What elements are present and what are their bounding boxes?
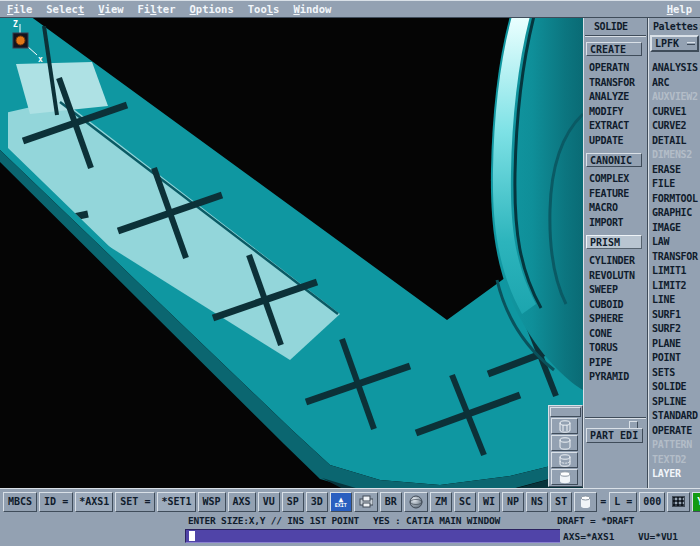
palette-item-limit2[interactable]: LIMIT2 <box>652 280 686 293</box>
view-wsp-button[interactable]: WSP <box>198 492 226 512</box>
br-button[interactable]: BR <box>380 492 402 512</box>
solide-item-analyze[interactable]: ANALYZE <box>589 91 629 104</box>
mode-wi-button[interactable]: WI <box>478 492 500 512</box>
solide-item-pipe[interactable]: PIPE <box>589 357 612 370</box>
palette-item-formtool[interactable]: FORMTOOL <box>652 193 698 206</box>
menu-options[interactable]: Options <box>182 3 240 15</box>
palette-item-transfor[interactable]: TRANSFOR <box>652 251 698 264</box>
palette-item-detail[interactable]: DETAIL <box>652 135 686 148</box>
set-value[interactable]: *SET1 <box>157 492 195 512</box>
mode-ns-button[interactable]: NS <box>526 492 548 512</box>
palette-item-file[interactable]: FILE <box>652 178 675 191</box>
palette-item-textd2[interactable]: TEXTD2 <box>652 454 686 467</box>
menu-select[interactable]: Select <box>39 3 91 15</box>
solide-item-modify[interactable]: MODIFY <box>589 106 623 119</box>
palette-item-dimens2[interactable]: DIMENS2 <box>652 149 692 162</box>
view-vu-button[interactable]: VU <box>258 492 280 512</box>
render-shaded-cylinder-icon[interactable] <box>551 418 578 434</box>
render-solid-cylinder-icon[interactable] <box>551 469 578 485</box>
mode-st-button[interactable]: ST <box>550 492 572 512</box>
solide-item-feature[interactable]: FEATURE <box>589 188 629 201</box>
menu-view[interactable]: View <box>91 3 130 15</box>
render-hidden-line-cylinder-icon[interactable] <box>551 452 578 468</box>
palette-item-spline[interactable]: SPLINE <box>652 396 686 409</box>
palette-item-arc[interactable]: ARC <box>652 77 669 90</box>
solide-panel-title: SOLIDE <box>594 21 628 32</box>
keypad-grid-icon[interactable] <box>667 492 690 512</box>
palette-item-line[interactable]: LINE <box>652 294 675 307</box>
side-panel: SOLIDE CREATEOPERATNTRANSFORANALYZEMODIF… <box>583 18 700 488</box>
view-sp-button[interactable]: SP <box>282 492 304 512</box>
exit-icon[interactable]: ▲ EXIT <box>330 492 352 512</box>
palette-item-auxview2[interactable]: AUXVIEW2 <box>652 91 698 104</box>
solide-item-operatn[interactable]: OPERATN <box>589 62 629 75</box>
viewport-3d[interactable]: Z x <box>0 18 583 488</box>
menu-filter[interactable]: Filter <box>131 3 183 15</box>
solide-header-prism[interactable]: PRISM <box>586 235 642 249</box>
solide-item-pyramid[interactable]: PYRAMID <box>589 371 629 384</box>
toolbar-grip[interactable] <box>550 407 581 417</box>
l-value[interactable]: 000 <box>639 492 665 512</box>
palette-item-pattern[interactable]: PATTERN <box>652 439 692 452</box>
svg-text:x: x <box>38 55 43 64</box>
view-3d-button[interactable]: 3D <box>306 492 328 512</box>
solide-item-sphere[interactable]: SPHERE <box>589 313 623 326</box>
solide-item-import[interactable]: IMPORT <box>589 217 623 230</box>
part-edit-button[interactable]: PART EDI <box>586 428 643 443</box>
palette-item-curve2[interactable]: CURVE2 <box>652 120 686 133</box>
globe-icon[interactable] <box>404 492 428 512</box>
palette-item-law[interactable]: LAW <box>652 236 669 249</box>
solide-item-cuboid[interactable]: CUBOID <box>589 299 623 312</box>
palette-item-curve1[interactable]: CURVE1 <box>652 106 686 119</box>
l-label[interactable]: L = <box>609 492 637 512</box>
palette-item-layer[interactable]: LAYER <box>652 468 681 481</box>
render-wireframe-cylinder-icon[interactable] <box>551 435 578 451</box>
solide-header-create[interactable]: CREATE <box>586 42 642 56</box>
menu-file[interactable]: File <box>0 3 39 15</box>
mode-sc-button[interactable]: SC <box>454 492 476 512</box>
mode-np-button[interactable]: NP <box>502 492 524 512</box>
solide-item-update[interactable]: UPDATE <box>589 135 623 148</box>
view-axs-button[interactable]: AXS <box>228 492 256 512</box>
palette-item-plane[interactable]: PLANE <box>652 338 681 351</box>
plot-sheet-icon[interactable] <box>354 492 378 512</box>
mbcs-button[interactable]: MBCS <box>3 492 37 512</box>
palette-item-graphic[interactable]: GRAPHIC <box>652 207 692 220</box>
solide-item-transfor[interactable]: TRANSFOR <box>589 77 635 90</box>
menu-help[interactable]: Help <box>659 3 700 15</box>
solid-cylinder-icon[interactable] <box>574 492 597 512</box>
solide-item-extract[interactable]: EXTRACT <box>589 120 629 133</box>
palette-item-limit1[interactable]: LIMIT1 <box>652 265 686 278</box>
palette-item-operate[interactable]: OPERATE <box>652 425 692 438</box>
solide-item-macro[interactable]: MACRO <box>589 202 618 215</box>
solide-header-canonic[interactable]: CANONIC <box>586 153 642 167</box>
palette-item-image[interactable]: IMAGE <box>652 222 681 235</box>
solide-item-cone[interactable]: CONE <box>589 328 612 341</box>
palette-item-standard[interactable]: STANDARD <box>652 410 698 423</box>
solide-item-cylinder[interactable]: CYLINDER <box>589 255 635 268</box>
menu-bar: FileSelectViewFilterOptionsToolsWindow H… <box>0 0 700 18</box>
solide-item-torus[interactable]: TORUS <box>589 342 618 355</box>
solide-item-complex[interactable]: COMPLEX <box>589 173 629 186</box>
menu-tools[interactable]: Tools <box>241 3 287 15</box>
palette-item-point[interactable]: POINT <box>652 352 681 365</box>
solide-item-sweep[interactable]: SWEEP <box>589 284 618 297</box>
palette-item-surf1[interactable]: SURF1 <box>652 309 681 322</box>
id-label[interactable]: ID = <box>39 492 73 512</box>
set-label[interactable]: SET = <box>115 492 155 512</box>
menu-window[interactable]: Window <box>286 3 338 15</box>
divider <box>585 35 646 37</box>
palette-item-erase[interactable]: ERASE <box>652 164 681 177</box>
palette-item-sets[interactable]: SETS <box>652 367 675 380</box>
palette-item-analysis[interactable]: ANALYSIS <box>652 62 698 75</box>
palette-dropdown[interactable]: LPFK <box>650 35 699 52</box>
palette-item-surf2[interactable]: SURF2 <box>652 323 681 336</box>
yes-button[interactable]: YES <box>692 492 700 512</box>
palette-item-solide[interactable]: SOLIDE <box>652 381 686 394</box>
exit-label: EXIT <box>335 503 347 508</box>
solide-item-revolutn[interactable]: REVOLUTN <box>589 270 635 283</box>
mode-zm-button[interactable]: ZM <box>430 492 452 512</box>
command-input[interactable] <box>185 529 560 543</box>
id-value[interactable]: *AXS1 <box>75 492 113 512</box>
catia-window: FileSelectViewFilterOptionsToolsWindow H… <box>0 0 700 546</box>
